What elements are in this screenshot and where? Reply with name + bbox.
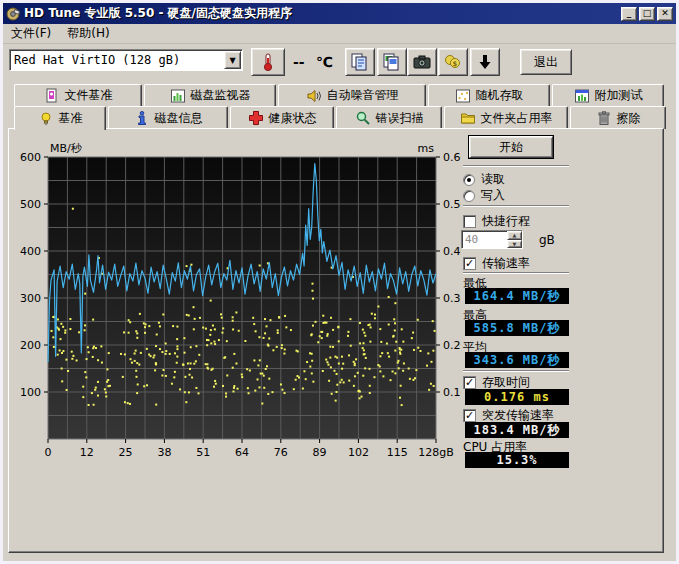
extra-tests-icon bbox=[574, 88, 590, 104]
svg-text:38: 38 bbox=[157, 446, 171, 459]
exit-button[interactable]: 退出 bbox=[520, 49, 572, 75]
svg-text:64: 64 bbox=[235, 446, 249, 459]
temperature-button[interactable] bbox=[251, 48, 285, 76]
tab-label: 磁盘信息 bbox=[155, 110, 203, 127]
short-stroke-checkbox[interactable] bbox=[463, 215, 476, 228]
svg-text:102: 102 bbox=[348, 446, 369, 459]
svg-text:0.30: 0.30 bbox=[443, 292, 461, 305]
divider bbox=[463, 205, 569, 207]
svg-text:0.50: 0.50 bbox=[443, 198, 461, 211]
read-radio-row[interactable]: 读取 bbox=[463, 171, 505, 188]
menu-bar: 文件(F) 帮助(H) bbox=[3, 24, 676, 44]
tab-error-scan[interactable]: 错误扫描 bbox=[336, 106, 442, 129]
chevron-down-icon[interactable]: ▼ bbox=[224, 51, 241, 69]
tab-auto-acoustic[interactable]: 自动噪音管理 bbox=[278, 84, 426, 106]
benchmark-chart: 1002003004005006000.100.200.300.400.500.… bbox=[15, 139, 461, 469]
burst-rate-checkbox[interactable]: ✓ bbox=[463, 409, 476, 422]
tab-disk-monitor[interactable]: 磁盘监视器 bbox=[144, 84, 276, 106]
speaker-icon bbox=[306, 88, 322, 104]
app-window: HD Tune 专业版 5.50 - 硬盘/固态硬盘实用程序 _ □ ✕ 文件(… bbox=[0, 0, 679, 564]
trash-icon bbox=[596, 110, 612, 126]
tab-label: 擦除 bbox=[617, 110, 641, 127]
magnifier-icon bbox=[355, 110, 371, 126]
short-stroke-unit: gB bbox=[539, 233, 555, 247]
svg-text:89: 89 bbox=[313, 446, 327, 459]
drive-select[interactable]: Red Hat VirtIO (128 gB) ▼ bbox=[9, 49, 243, 71]
tab-label: 文件基准 bbox=[65, 87, 113, 104]
temperature-unit: ℃ bbox=[316, 54, 333, 70]
title-bar: HD Tune 专业版 5.50 - 硬盘/固态硬盘实用程序 _ □ ✕ bbox=[3, 3, 676, 24]
copy-image-button[interactable] bbox=[377, 48, 407, 76]
divider bbox=[463, 272, 569, 274]
screenshot-button[interactable] bbox=[407, 48, 437, 76]
svg-text:0.20: 0.20 bbox=[443, 339, 461, 352]
tab-file-benchmark[interactable]: 文件基准 bbox=[14, 84, 142, 106]
svg-text:600: 600 bbox=[20, 151, 41, 164]
divider bbox=[463, 370, 569, 372]
tab-health[interactable]: 健康状态 bbox=[230, 106, 334, 129]
svg-text:76: 76 bbox=[274, 446, 288, 459]
donate-button[interactable]: $ bbox=[438, 48, 468, 76]
tab-benchmark[interactable]: 基准 bbox=[14, 106, 106, 130]
stepper-down-icon[interactable]: ▼ bbox=[507, 240, 522, 249]
benchmark-page: 1002003004005006000.100.200.300.400.500.… bbox=[8, 128, 664, 553]
copy-text-icon bbox=[350, 52, 370, 72]
read-radio[interactable] bbox=[463, 174, 475, 186]
svg-text:200: 200 bbox=[20, 339, 41, 352]
coins-icon: $ bbox=[443, 52, 463, 72]
save-results-button[interactable] bbox=[470, 48, 500, 76]
file-benchmark-icon bbox=[44, 88, 60, 104]
tab-label: 自动噪音管理 bbox=[327, 87, 399, 104]
tab-row-front: 基准 磁盘信息 健康状态 错误扫描 bbox=[14, 106, 669, 129]
transfer-rate-label: 传输速率 bbox=[482, 255, 530, 272]
write-radio-label: 写入 bbox=[481, 187, 505, 204]
transfer-rate-checkbox[interactable]: ✓ bbox=[463, 257, 476, 270]
read-radio-label: 读取 bbox=[481, 171, 505, 188]
copy-text-button[interactable] bbox=[345, 48, 375, 76]
short-stroke-stepper[interactable]: 40 ▲ ▼ bbox=[461, 230, 523, 249]
copy-image-icon bbox=[382, 52, 402, 72]
tab-disk-info[interactable]: 磁盘信息 bbox=[108, 106, 228, 129]
write-radio-row[interactable]: 写入 bbox=[463, 187, 505, 204]
minimize-button[interactable]: _ bbox=[621, 7, 637, 21]
menu-help[interactable]: 帮助(H) bbox=[59, 23, 117, 44]
svg-text:300: 300 bbox=[20, 292, 41, 305]
close-button[interactable]: ✕ bbox=[657, 7, 673, 21]
tab-label: 随机存取 bbox=[476, 87, 524, 104]
tab-label: 错误扫描 bbox=[376, 110, 424, 127]
access-time-checkbox[interactable]: ✓ bbox=[463, 376, 476, 389]
camera-icon bbox=[412, 52, 432, 72]
short-stroke-value: 40 bbox=[462, 231, 507, 248]
short-stroke-label: 快捷行程 bbox=[482, 213, 530, 230]
random-access-icon bbox=[455, 88, 471, 104]
tab-label: 基准 bbox=[59, 110, 83, 127]
short-stroke-row[interactable]: 快捷行程 bbox=[463, 213, 530, 230]
max-value-display: 585.8 MB/秒 bbox=[465, 320, 569, 336]
drive-select-value: Red Hat VirtIO (128 gB) bbox=[10, 53, 224, 67]
svg-text:0.40: 0.40 bbox=[443, 245, 461, 258]
window-title: HD Tune 专业版 5.50 - 硬盘/固态硬盘实用程序 bbox=[24, 5, 292, 22]
tab-random-access[interactable]: 随机存取 bbox=[428, 84, 550, 106]
write-radio[interactable] bbox=[463, 190, 475, 202]
tab-erase[interactable]: 擦除 bbox=[570, 106, 666, 129]
transfer-rate-row[interactable]: ✓ 传输速率 bbox=[463, 255, 530, 272]
tab-folder-usage[interactable]: 文件夹占用率 bbox=[444, 106, 568, 129]
tab-label: 磁盘监视器 bbox=[191, 87, 251, 104]
menu-file[interactable]: 文件(F) bbox=[3, 23, 59, 44]
tab-row-back: 文件基准 磁盘监视器 自动噪音管理 随机 bbox=[14, 84, 669, 106]
cpu-usage-display: 15.3% bbox=[465, 452, 569, 468]
divider bbox=[463, 165, 569, 167]
svg-text:400: 400 bbox=[20, 245, 41, 258]
stepper-up-icon[interactable]: ▲ bbox=[507, 231, 522, 240]
toolbar: Red Hat VirtIO (128 gB) ▼ -- ℃ bbox=[3, 44, 676, 84]
svg-text:500: 500 bbox=[20, 198, 41, 211]
svg-text:25: 25 bbox=[119, 446, 133, 459]
start-button[interactable]: 开始 bbox=[469, 136, 553, 158]
svg-text:ms: ms bbox=[418, 142, 435, 155]
maximize-button[interactable]: □ bbox=[639, 7, 655, 21]
folder-icon bbox=[460, 110, 476, 126]
tab-extra-tests[interactable]: 附加测试 bbox=[552, 84, 664, 106]
svg-text:0.10: 0.10 bbox=[443, 386, 461, 399]
svg-text:0: 0 bbox=[45, 446, 52, 459]
health-cross-icon bbox=[248, 110, 264, 126]
